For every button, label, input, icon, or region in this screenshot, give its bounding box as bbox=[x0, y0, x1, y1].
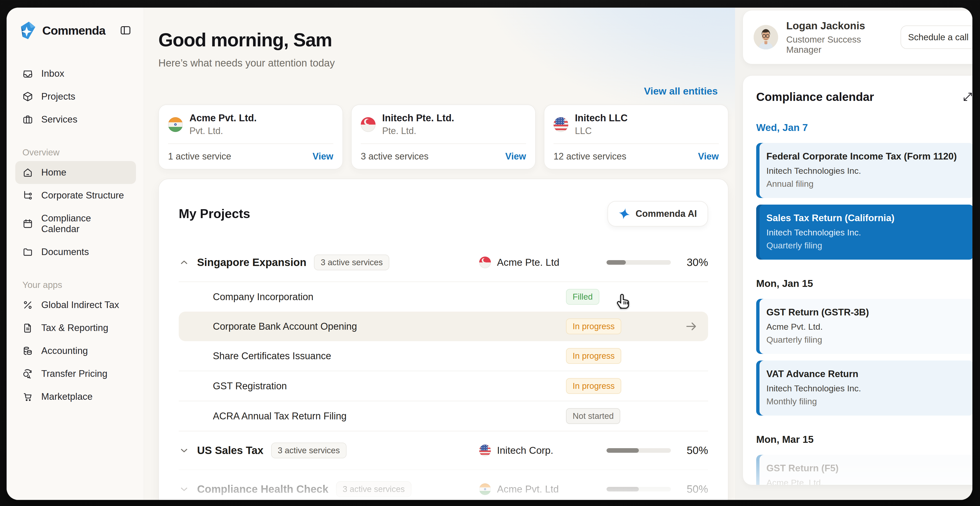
brand-name: Commenda bbox=[42, 24, 105, 37]
status-badge: Filled bbox=[566, 289, 599, 305]
csm-name: Logan Jackonis bbox=[786, 20, 892, 32]
expand-icon[interactable] bbox=[962, 91, 972, 103]
sidebar-item-label: Home bbox=[41, 167, 67, 178]
sidebar-item-label: Inbox bbox=[41, 68, 64, 79]
entity-view-link[interactable]: View bbox=[313, 151, 333, 162]
progress-percent: 30% bbox=[679, 256, 708, 268]
active-services-badge: 3 active services bbox=[336, 481, 412, 497]
main-content: Good morning, Sam Here’s what needs your… bbox=[144, 8, 735, 500]
mouse-cursor-hand bbox=[614, 292, 633, 311]
sidebar-item-transfer-pricing[interactable]: Transfer Pricing bbox=[15, 362, 136, 385]
event-title: Sales Tax Return (California) bbox=[766, 213, 963, 223]
progress-bar bbox=[606, 260, 671, 265]
csm-card: Logan Jackonis Customer Success Manager … bbox=[743, 10, 972, 64]
project-group-compliance-health-check[interactable]: Compliance Health Check 3 active service… bbox=[179, 469, 708, 500]
sidebar: Commenda Inbox Projects bbox=[6, 8, 144, 500]
sidebar-item-label: Marketplace bbox=[41, 391, 93, 402]
sidebar-collapse-icon[interactable] bbox=[118, 23, 133, 38]
status-badge: Not started bbox=[566, 408, 620, 424]
entity-view-link[interactable]: View bbox=[698, 151, 719, 162]
divider bbox=[554, 144, 719, 144]
calendar-date-jan7: Wed, Jan 7 bbox=[756, 122, 972, 133]
calendar-icon bbox=[22, 218, 33, 229]
sidebar-item-home[interactable]: Home bbox=[15, 161, 136, 184]
progress-percent: 50% bbox=[679, 483, 708, 495]
sidebar-item-label: Documents bbox=[41, 247, 89, 257]
sidebar-item-global-indirect-tax[interactable]: Global Indirect Tax bbox=[15, 294, 136, 316]
briefcase-icon bbox=[22, 114, 33, 125]
entity-card-initech-pte[interactable]: Initech Pte. Ltd. Pte. Ltd. 3 active ser… bbox=[351, 104, 536, 169]
entity-services-count: 12 active services bbox=[554, 151, 626, 162]
sidebar-item-label: Compliance Calendar bbox=[41, 213, 129, 235]
sidebar-item-projects[interactable]: Projects bbox=[15, 85, 136, 108]
active-services-badge: 3 active services bbox=[314, 255, 389, 270]
sidebar-item-corporate-structure[interactable]: Corporate Structure bbox=[15, 184, 136, 207]
org-structure-icon bbox=[22, 190, 33, 201]
commenda-ai-label: Commenda AI bbox=[635, 208, 697, 219]
calendar-event-gstr-3b[interactable]: GST Return (GSTR-3B) Acme Pvt. Ltd. Quar… bbox=[756, 299, 972, 354]
sparkle-star-icon bbox=[619, 208, 630, 219]
task-row-gst-registration[interactable]: GST Registration In progress bbox=[179, 371, 708, 401]
chevron-down-icon bbox=[179, 445, 189, 456]
view-all-entities-link[interactable]: View all entities bbox=[644, 86, 718, 97]
entity-name: Initech LLC bbox=[575, 113, 628, 124]
sidebar-item-label: Accounting bbox=[41, 345, 88, 356]
cart-icon bbox=[22, 391, 33, 402]
project-group-singapore-expansion[interactable]: Singapore Expansion 3 active services Ac… bbox=[179, 243, 708, 281]
event-cadence: Monthly filing bbox=[766, 396, 963, 406]
screenshot-stage: Commenda Inbox Projects bbox=[0, 0, 980, 506]
brand: Commenda bbox=[15, 21, 136, 40]
progress-percent: 50% bbox=[679, 444, 708, 457]
task-name: Share Certificates Issuance bbox=[213, 351, 566, 362]
entity-type: LLC bbox=[575, 126, 628, 136]
sidebar-item-documents[interactable]: Documents bbox=[15, 241, 136, 263]
project-group-us-sales-tax[interactable]: US Sales Tax 3 active services Initech C… bbox=[179, 431, 708, 469]
chevron-up-icon bbox=[179, 257, 189, 268]
task-row-share-certificates-issuance[interactable]: Share Certificates Issuance In progress bbox=[179, 341, 708, 371]
app-window: Commenda Inbox Projects bbox=[6, 8, 972, 500]
us-flag-icon bbox=[479, 445, 491, 457]
progress-bar bbox=[606, 487, 671, 492]
calendar-event-sales-tax-california[interactable]: Sales Tax Return (California) Initech Te… bbox=[756, 204, 972, 260]
task-row-corporate-bank-account-opening[interactable]: Corporate Bank Account Opening In progre… bbox=[179, 311, 708, 341]
event-title: VAT Advance Return bbox=[766, 369, 963, 379]
calendar-event-vat-advance-return[interactable]: VAT Advance Return Initech Technologies … bbox=[756, 361, 972, 415]
compliance-calendar-card: Compliance calendar Wed, Jan 7 Federal C… bbox=[743, 75, 972, 485]
singapore-flag-icon bbox=[479, 257, 491, 268]
entity-view-link[interactable]: View bbox=[505, 151, 526, 162]
document-icon bbox=[22, 322, 33, 333]
sidebar-item-services[interactable]: Services bbox=[15, 108, 136, 131]
sidebar-section-overview: Overview bbox=[22, 147, 129, 158]
entity-card-acme-pvt[interactable]: Acme Pvt. Ltd. Pvt. Ltd. 1 active servic… bbox=[158, 104, 343, 169]
sidebar-item-compliance-calendar[interactable]: Compliance Calendar bbox=[15, 207, 136, 241]
event-cadence: Quarterly filing bbox=[766, 335, 963, 345]
entity-cards-row: Acme Pvt. Ltd. Pvt. Ltd. 1 active servic… bbox=[158, 104, 729, 169]
calendar-event-form-1120[interactable]: Federal Corporate Income Tax (Form 1120)… bbox=[756, 143, 972, 198]
status-badge: In progress bbox=[566, 348, 621, 364]
sidebar-item-marketplace[interactable]: Marketplace bbox=[15, 385, 136, 408]
calendar-event-gst-f5[interactable]: GST Return (F5) Acme Pte. Ltd. Quarterly… bbox=[756, 455, 972, 485]
sidebar-menu: Inbox Projects Services Overview Home bbox=[15, 62, 136, 408]
home-icon bbox=[22, 167, 33, 178]
projects-title: My Projects bbox=[179, 206, 250, 221]
active-services-badge: 3 active services bbox=[271, 442, 347, 458]
entity-name: Initech Pte. Ltd. bbox=[382, 113, 454, 124]
schedule-call-button[interactable]: Schedule a call bbox=[900, 26, 972, 49]
task-row-acra-annual-tax-return[interactable]: ACRA Annual Tax Return Filing Not starte… bbox=[179, 401, 708, 431]
entity-services-count: 1 active service bbox=[168, 151, 231, 162]
project-group-name: Compliance Health Check bbox=[197, 483, 328, 495]
sidebar-item-tax-reporting[interactable]: Tax & Reporting bbox=[15, 316, 136, 339]
project-group-name: US Sales Tax bbox=[197, 444, 264, 457]
entity-card-initech-llc[interactable]: Initech LLC LLC 12 active services View bbox=[544, 104, 729, 169]
avatar bbox=[754, 25, 778, 49]
sidebar-item-accounting[interactable]: Accounting bbox=[15, 339, 136, 362]
event-entity: Initech Technologies Inc. bbox=[766, 383, 963, 393]
sidebar-item-inbox[interactable]: Inbox bbox=[15, 62, 136, 85]
inbox-icon bbox=[22, 68, 33, 79]
event-title: GST Return (F5) bbox=[766, 463, 963, 474]
commenda-ai-button[interactable]: Commenda AI bbox=[608, 201, 708, 227]
arrow-right-icon bbox=[685, 320, 698, 333]
calendar-date-mar15: Mon, Mar 15 bbox=[756, 434, 972, 445]
calendar-date-jan15: Mon, Jan 15 bbox=[756, 278, 972, 289]
csm-role: Customer Success Manager bbox=[786, 34, 892, 55]
